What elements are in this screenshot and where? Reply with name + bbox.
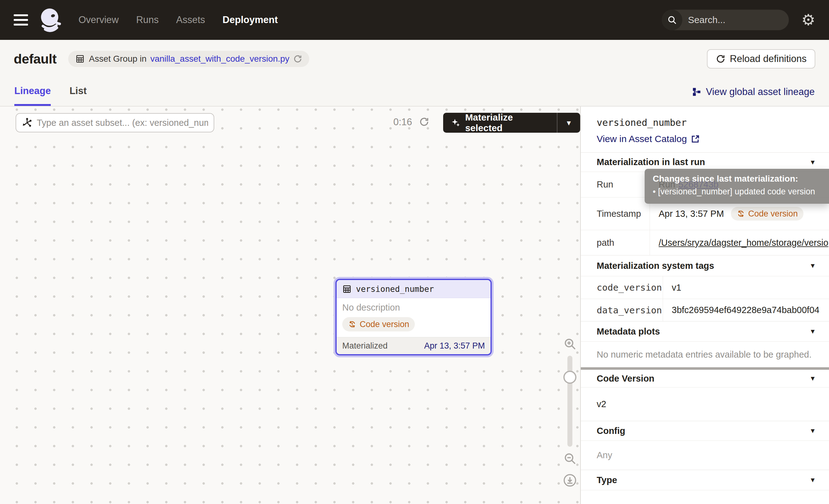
metadata-plots-empty-message: No numeric metadata entries available to… bbox=[581, 341, 829, 367]
asset-subset-field[interactable] bbox=[37, 118, 208, 128]
section-code-version[interactable]: Code Version ▼ bbox=[581, 370, 829, 387]
zoom-slider-thumb[interactable] bbox=[563, 371, 576, 384]
materialized-status-label: Materialized bbox=[342, 341, 388, 351]
panel-asset-title: versioned_number bbox=[597, 117, 815, 128]
op-selector-icon bbox=[22, 117, 32, 128]
asset-node-description: No description bbox=[342, 302, 485, 313]
gear-icon[interactable]: ⚙ bbox=[801, 12, 815, 28]
zoom-slider[interactable] bbox=[567, 356, 572, 447]
run-label: Run bbox=[581, 172, 650, 197]
data-version-key: data_version bbox=[581, 299, 663, 321]
chevron-down-icon: ▼ bbox=[809, 328, 816, 335]
asset-node-title: versioned_number bbox=[356, 284, 434, 294]
chevron-down-icon: ▾ bbox=[567, 118, 571, 128]
panel-resize-handle[interactable] bbox=[581, 367, 829, 370]
sparkle-icon bbox=[450, 117, 461, 128]
menu-icon[interactable] bbox=[14, 14, 28, 26]
chevron-down-icon: ▼ bbox=[809, 158, 816, 166]
code-version-value-row: v2 bbox=[581, 387, 829, 421]
zoom-out-icon[interactable] bbox=[563, 452, 577, 465]
data-version-value: 3bfc269594ef649228e9a74bab00f04 bbox=[663, 299, 829, 321]
timestamp-value: Apr 13, 3:57 PM bbox=[659, 209, 724, 219]
asset-node-versioned-number[interactable]: versioned_number No description Code ver… bbox=[335, 279, 492, 355]
tab-list[interactable]: List bbox=[69, 78, 86, 106]
materialize-button-group: Materialize selected ▾ bbox=[443, 113, 580, 133]
nav-deployment[interactable]: Deployment bbox=[223, 14, 278, 26]
chevron-down-icon: ▼ bbox=[809, 476, 816, 484]
asset-subset-input[interactable] bbox=[15, 113, 214, 132]
asset-group-badge: Asset Group in vanilla_asset_with_code_v… bbox=[68, 51, 309, 67]
changes-tooltip: Changes since last materialization: • [v… bbox=[645, 169, 829, 204]
section-config[interactable]: Config ▼ bbox=[581, 421, 829, 440]
materialized-timestamp-link[interactable]: Apr 13, 3:57 PM bbox=[424, 341, 485, 351]
asset-node-header: versioned_number bbox=[337, 280, 491, 298]
refresh-timer: 0:16 bbox=[393, 116, 412, 128]
view-in-asset-catalog-link[interactable]: View in Asset Catalog bbox=[597, 134, 700, 144]
nav-assets[interactable]: Assets bbox=[176, 14, 205, 26]
lineage-canvas[interactable]: 0:16 Materialize selected ▾ bbox=[0, 107, 580, 504]
data-version-tag-row: data_version 3bfc269594ef649228e9a74bab0… bbox=[581, 299, 829, 321]
top-nav: Overview Runs Assets Deployment / ⚙ bbox=[0, 0, 829, 40]
code-version-tag: Code version bbox=[731, 207, 803, 220]
nav-overview[interactable]: Overview bbox=[78, 14, 119, 26]
asset-node-body: No description Code version bbox=[337, 298, 491, 337]
asset-group-prefix: Asset Group in bbox=[89, 54, 146, 64]
materialize-dropdown-button[interactable]: ▾ bbox=[557, 113, 580, 133]
zoom-in-icon[interactable] bbox=[563, 337, 577, 351]
page-title: default bbox=[14, 51, 57, 67]
reload-definitions-label: Reload definitions bbox=[730, 53, 806, 65]
section-type[interactable]: Type ▼ bbox=[581, 470, 829, 490]
dagster-octopus-icon bbox=[37, 6, 64, 33]
asset-group-icon bbox=[75, 54, 85, 64]
code-file-link[interactable]: vanilla_asset_with_code_version.py bbox=[150, 54, 290, 64]
download-image-icon[interactable] bbox=[563, 473, 577, 487]
code-version-value: v1 bbox=[663, 276, 829, 299]
search-icon bbox=[662, 10, 682, 30]
reload-icon bbox=[716, 54, 726, 64]
config-value-row: Any bbox=[581, 440, 829, 470]
tab-lineage[interactable]: Lineage bbox=[14, 78, 51, 106]
chevron-down-icon: ▼ bbox=[809, 427, 816, 435]
refresh-icon[interactable] bbox=[293, 54, 302, 64]
sync-problem-icon bbox=[736, 209, 745, 218]
page-header: default Asset Group in vanilla_asset_wit… bbox=[0, 40, 829, 78]
tabs-row: Lineage List View global asset lineage bbox=[0, 78, 829, 107]
lineage-graph-icon bbox=[692, 87, 701, 97]
section-metadata-plots[interactable]: Metadata plots ▼ bbox=[581, 321, 829, 341]
view-global-asset-lineage-link[interactable]: View global asset lineage bbox=[692, 78, 815, 106]
sync-problem-icon bbox=[348, 320, 357, 329]
search-input[interactable]: / bbox=[662, 10, 789, 30]
timestamp-label: Timestamp bbox=[581, 197, 650, 230]
external-link-icon bbox=[691, 134, 700, 144]
path-value-link[interactable]: /Users/sryza/dagster_home/storage/versio bbox=[659, 238, 828, 248]
chevron-down-icon: ▼ bbox=[809, 262, 816, 269]
nav-runs[interactable]: Runs bbox=[136, 14, 158, 26]
content: 0:16 Materialize selected ▾ bbox=[0, 107, 829, 504]
zoom-controls bbox=[561, 337, 579, 487]
dagster-logo[interactable] bbox=[37, 6, 64, 33]
section-materialization-system-tags[interactable]: Materialization system tags ▼ bbox=[581, 255, 829, 276]
chevron-down-icon: ▼ bbox=[809, 375, 816, 382]
materialize-selected-button[interactable]: Materialize selected bbox=[443, 113, 557, 133]
asset-detail-panel: versioned_number View in Asset Catalog M… bbox=[580, 107, 829, 504]
path-label: path bbox=[581, 230, 650, 255]
refresh-graph-icon[interactable] bbox=[419, 116, 429, 127]
primary-nav: Overview Runs Assets Deployment bbox=[78, 14, 278, 26]
reload-definitions-button[interactable]: Reload definitions bbox=[707, 49, 815, 69]
path-row: path /Users/sryza/dagster_home/storage/v… bbox=[581, 230, 829, 255]
code-version-key: code_version bbox=[581, 276, 663, 299]
asset-node-footer: Materialized Apr 13, 3:57 PM bbox=[337, 337, 491, 354]
tooltip-title: Changes since last materialization: bbox=[653, 174, 829, 184]
code-version-tag: Code version bbox=[342, 317, 415, 331]
table-icon bbox=[342, 284, 352, 294]
search-field[interactable] bbox=[682, 15, 789, 25]
tooltip-item: • [versioned_number] updated code versio… bbox=[653, 187, 829, 196]
code-version-tag-row: code_version v1 bbox=[581, 276, 829, 299]
